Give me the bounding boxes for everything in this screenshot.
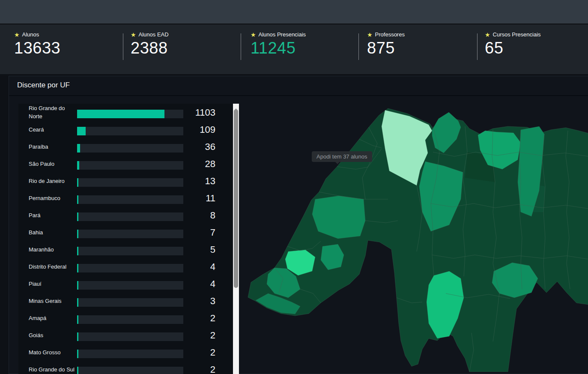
stat-value: 13633 — [14, 39, 60, 57]
municipality-map[interactable]: Apodi tem 37 alunos — [239, 102, 588, 372]
bar-row: Distrito Federal 4 — [18, 258, 233, 275]
bar-row-value: 2 — [164, 347, 215, 358]
stat-label-text: Alunos Presenciais — [259, 31, 306, 38]
dashboard-screen: ★ Alunos 13633 ★ Alunos EAD 2388 ★ Aluno… — [0, 0, 588, 374]
stat-divider — [477, 33, 478, 60]
bar-row-label: Pará — [29, 206, 78, 224]
bar-row-value: 11 — [164, 193, 215, 204]
bar-fill — [77, 367, 78, 374]
bar-row-label: Pernambuco — [29, 189, 78, 206]
bar-row: Minas Gerais 3 — [18, 292, 233, 309]
stat-label: ★ Alunos EAD — [131, 31, 169, 38]
stat-label-text: Alunos EAD — [139, 31, 169, 38]
bar-row: Amapá 2 — [18, 309, 233, 326]
star-icon: ★ — [485, 32, 490, 38]
stat-divider — [241, 33, 241, 60]
bar-row-value: 4 — [164, 261, 215, 272]
bar-fill — [77, 315, 78, 324]
stat-card: ★ Cursos Presenciais 65 — [485, 31, 541, 57]
map-tooltip: Apodi tem 37 alunos — [312, 151, 372, 162]
stat-label: ★ Alunos — [14, 31, 60, 38]
bar-fill — [77, 127, 86, 135]
top-navbar — [0, 0, 588, 24]
bar-row-label: Ceará — [29, 121, 78, 138]
bar-row-value: 7 — [164, 227, 215, 238]
panel-title: Discente por UF — [17, 81, 70, 90]
stat-card: ★ Alunos 13633 — [14, 31, 60, 57]
bar-row: Pará 8 — [18, 206, 233, 224]
bar-row-value: 2 — [164, 330, 215, 341]
scrollbar-thumb[interactable] — [234, 109, 238, 288]
bar-row-label: Minas Gerais — [29, 292, 78, 309]
stat-card: ★ Alunos Presenciais 11245 — [251, 31, 306, 57]
bar-row-value: 2 — [164, 364, 215, 374]
stat-label: ★ Alunos Presenciais — [251, 31, 306, 38]
bar-row: Maranhão 5 — [18, 241, 233, 258]
bar-row: Goiás 2 — [18, 326, 233, 344]
bar-row: Rio Grande do Sul 2 — [18, 361, 233, 374]
bar-row-value: 5 — [164, 244, 215, 255]
menu-toggle-button[interactable] — [6, 5, 21, 19]
bar-row: Paraíba 36 — [18, 138, 233, 155]
bar-fill — [77, 281, 78, 290]
scrollbar-up-arrow-icon[interactable] — [233, 105, 239, 109]
stat-label-text: Alunos — [22, 31, 39, 38]
bar-row-value: 2 — [164, 313, 215, 324]
star-icon: ★ — [251, 32, 256, 38]
bar-row: Piauí 4 — [18, 275, 233, 292]
bar-row-value: 13 — [164, 176, 215, 187]
bar-fill — [77, 178, 78, 187]
bar-row: Ceará 109 — [18, 121, 233, 138]
bar-row: São Paulo 28 — [18, 155, 233, 172]
municipality-shape[interactable] — [312, 196, 365, 239]
stat-label-text: Cursos Presenciais — [493, 31, 541, 38]
bar-row-value: 1103 — [164, 107, 215, 118]
bar-fill — [77, 161, 79, 170]
bar-fill — [77, 350, 78, 358]
bar-fill — [77, 195, 78, 204]
bar-row: Mato Grosso 2 — [18, 344, 233, 361]
bar-row-value: 8 — [164, 210, 215, 221]
bar-row-label: Bahia — [29, 224, 78, 241]
bar-row-value: 4 — [164, 278, 215, 290]
star-icon: ★ — [14, 32, 20, 38]
bar-fill — [77, 298, 78, 307]
bar-fill — [77, 230, 78, 238]
list-scrollbar[interactable] — [233, 104, 239, 374]
panel-content: Rio Grande do Norte 1103 Ceará 109 Paraí… — [9, 96, 588, 374]
bar-fill — [77, 110, 164, 118]
stat-value: 11245 — [251, 39, 306, 57]
bar-row-label: Distrito Federal — [29, 258, 78, 275]
bar-fill — [77, 247, 78, 255]
bar-fill — [77, 212, 78, 221]
stat-label-text: Professores — [375, 31, 405, 38]
choropleth-map-svg[interactable] — [239, 102, 588, 372]
star-icon: ★ — [131, 32, 136, 38]
bar-row-value: 28 — [164, 159, 215, 170]
stats-bar: ★ Alunos 13633 ★ Alunos EAD 2388 ★ Aluno… — [0, 24, 588, 74]
bar-row-label: Rio Grande do Norte — [29, 104, 78, 121]
bar-row-value: 109 — [164, 124, 215, 135]
bar-row-label: São Paulo — [29, 155, 78, 172]
bar-row-label: Paraíba — [29, 138, 78, 155]
uf-bar-chart: Rio Grande do Norte 1103 Ceará 109 Paraí… — [18, 104, 239, 374]
bar-row: Bahia 7 — [18, 224, 233, 241]
bar-row-label: Amapá — [29, 309, 78, 326]
bar-row: Rio de Janeiro 13 — [18, 172, 233, 189]
bar-row-value: 36 — [164, 141, 215, 153]
stat-label: ★ Professores — [367, 31, 405, 38]
star-icon: ★ — [367, 32, 373, 38]
bar-fill — [77, 264, 78, 272]
discente-por-uf-panel: Discente por UF Rio Grande do Norte 1103… — [9, 76, 588, 374]
stat-divider — [358, 33, 359, 60]
bar-row-label: Rio Grande do Sul — [29, 361, 78, 374]
bar-row-label: Mato Grosso — [29, 344, 78, 361]
stat-card: ★ Alunos EAD 2388 — [131, 31, 169, 57]
bar-fill — [77, 332, 78, 341]
stat-card: ★ Professores 875 — [367, 31, 405, 57]
bar-row-label: Goiás — [29, 326, 78, 344]
bar-row-label: Maranhão — [29, 241, 78, 258]
stat-value: 2388 — [131, 39, 169, 57]
bar-row: Pernambuco 11 — [18, 189, 233, 206]
stat-value: 65 — [485, 39, 541, 57]
